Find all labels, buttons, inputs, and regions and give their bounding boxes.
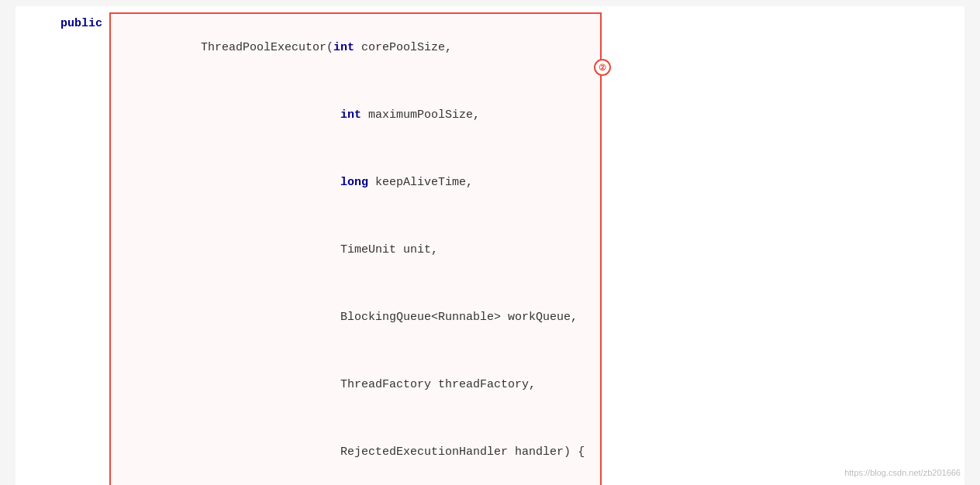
param-5: BlockingQueue<Runnable> workQueue,	[201, 311, 578, 324]
kw-long: long	[340, 176, 368, 189]
param-3: keepAliveTime,	[368, 176, 473, 189]
code-line: ThreadFactory threadFactory,	[111, 351, 591, 418]
code-line: ThreadPoolExecutor(int corePoolSize,	[111, 14, 591, 81]
keyword-public: public	[60, 12, 109, 35]
kw-int2: int	[340, 108, 361, 122]
code-line: TimeUnit unit,	[111, 216, 591, 284]
code-line: RejectedExecutionHandler handler) {	[111, 418, 591, 485]
code-line: long keepAliveTime,	[111, 149, 591, 216]
param-7: RejectedExecutionHandler handler) {	[201, 445, 585, 459]
credit-watermark: https://blog.csdn.net/zb201666	[844, 468, 961, 477]
method-name: ThreadPoolExecutor(	[201, 41, 333, 54]
param-4: TimeUnit unit,	[201, 243, 438, 256]
code-line: BlockingQueue<Runnable> workQueue,	[111, 284, 591, 351]
param-2: maximumPoolSize,	[361, 108, 480, 122]
kw-int1: int	[333, 41, 354, 54]
indent-3	[201, 176, 340, 189]
code-line: int maximumPoolSize,	[111, 81, 591, 149]
param-1: corePoolSize,	[354, 41, 452, 54]
indent-2	[201, 108, 340, 122]
circle-icon: ②	[594, 59, 611, 76]
param-6: ThreadFactory threadFactory,	[201, 378, 536, 391]
